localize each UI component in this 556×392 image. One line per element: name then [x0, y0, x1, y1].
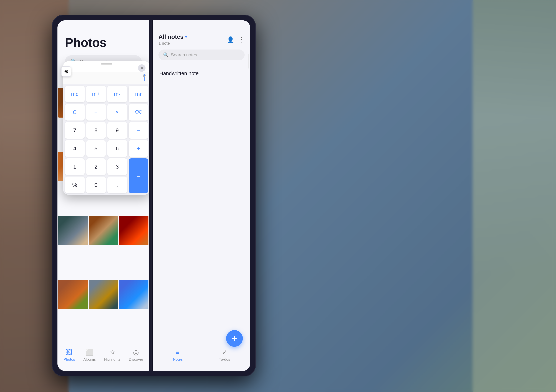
calc-equals-button[interactable]: =	[129, 158, 148, 193]
note-title: Handwritten note	[159, 71, 244, 76]
calc-4-button[interactable]: 4	[65, 140, 85, 157]
calc-row-456: 4 5 6 +	[65, 140, 148, 157]
todos-nav-icon: ✓	[222, 348, 227, 356]
nav-item-notes[interactable]: ≡ Notes	[170, 346, 185, 363]
bottom-nav-left: 🖼 Photos ⬜ Albums ☆ Highlights ◎ Discove…	[57, 343, 149, 371]
calc-multiply-button[interactable]: ×	[107, 104, 127, 120]
nav-label-highlights: Highlights	[104, 357, 120, 361]
notes-list: Handwritten note	[153, 64, 250, 83]
calc-8-button[interactable]: 8	[86, 122, 106, 139]
calc-display: M	[63, 72, 149, 84]
notes-more-options-button[interactable]: ⋮	[238, 36, 245, 44]
calc-app-icon: ⊕	[64, 68, 68, 75]
discover-nav-icon: ◎	[133, 348, 139, 356]
calc-2-button[interactable]: 2	[86, 158, 106, 175]
calc-close-button[interactable]: ×	[138, 64, 146, 72]
nav-item-discover[interactable]: ◎ Discover	[126, 346, 146, 363]
search-icon-notes: 🔍	[163, 52, 169, 57]
calc-9-button[interactable]: 9	[107, 122, 127, 139]
calc-1-button[interactable]: 1	[65, 158, 85, 175]
calc-backspace-button[interactable]: ⌫	[129, 104, 148, 120]
calc-plus-button[interactable]: +	[129, 140, 148, 157]
nav-label-albums: Albums	[83, 357, 96, 361]
calculator-popup: × M mc m+ m- mr C ÷	[63, 61, 149, 195]
calc-mplus-button[interactable]: m+	[86, 86, 106, 102]
nav-item-photos[interactable]: 🖼 Photos	[61, 346, 78, 363]
nav-label-notes: Notes	[173, 357, 183, 361]
notes-title-text: All notes	[158, 33, 184, 40]
nav-item-todos[interactable]: ✓ To-dos	[216, 346, 233, 363]
bottom-nav-right: ≡ Notes ✓ To-dos	[153, 343, 250, 371]
calc-5-button[interactable]: 5	[86, 140, 106, 157]
notes-subtitle: 1 note	[158, 41, 227, 46]
notes-title: All notes ▾	[158, 33, 227, 40]
screen-right: All notes ▾ 1 note 👤 ⋮ 🔍 Search notes	[153, 20, 250, 371]
notes-nav-icon: ≡	[176, 348, 180, 356]
notes-app: All notes ▾ 1 note 👤 ⋮ 🔍 Search notes	[153, 20, 250, 371]
notes-header: All notes ▾ 1 note 👤 ⋮ 🔍 Search notes	[153, 20, 250, 64]
calc-ops-row: C ÷ × ⌫	[65, 104, 148, 120]
notes-fab-button[interactable]: +	[226, 330, 243, 347]
photo-thumb[interactable]	[58, 216, 88, 245]
screen-left: Photos 🔍 Search photos Today	[57, 20, 149, 371]
photo-thumb[interactable]	[119, 280, 148, 309]
photo-thumb[interactable]	[58, 280, 88, 309]
photo-thumb[interactable]	[89, 216, 118, 245]
photos-nav-icon: 🖼	[66, 348, 73, 356]
calc-decimal-button[interactable]: .	[107, 177, 127, 193]
notes-person-icon[interactable]: 👤	[227, 36, 234, 43]
phone-device: Photos 🔍 Search photos Today	[52, 15, 256, 376]
nav-label-todos: To-dos	[219, 357, 230, 361]
calc-minus-button[interactable]: −	[129, 122, 148, 139]
photos-title: Photos	[65, 35, 142, 50]
albums-nav-icon: ⬜	[85, 348, 94, 356]
calc-divide-button[interactable]: ÷	[86, 104, 106, 120]
nav-label-discover: Discover	[129, 357, 143, 361]
notes-title-row: All notes ▾ 1 note 👤 ⋮	[158, 33, 245, 46]
calc-m-indicator: M	[143, 74, 147, 78]
calc-3-button[interactable]: 3	[107, 158, 127, 175]
calc-0-button[interactable]: 0	[86, 177, 106, 193]
calc-memory-row: mc m+ m- mr	[65, 86, 148, 102]
calc-mminus-button[interactable]: m-	[107, 86, 127, 102]
photo-thumb[interactable]	[89, 280, 118, 309]
calc-mr-button[interactable]: mr	[129, 86, 148, 102]
fab-plus-icon: +	[232, 333, 237, 344]
calc-mc-button[interactable]: mc	[65, 86, 85, 102]
nav-item-highlights[interactable]: ☆ Highlights	[101, 346, 123, 363]
calc-drag-handle[interactable]	[101, 63, 112, 64]
calc-row-789: 7 8 9 −	[65, 122, 148, 139]
notes-search-bar[interactable]: 🔍 Search notes	[158, 49, 245, 60]
notes-dropdown-arrow[interactable]: ▾	[185, 34, 187, 39]
notes-scrollbar[interactable]	[248, 54, 249, 69]
calc-clear-button[interactable]: C	[65, 104, 85, 120]
note-item[interactable]: Handwritten note	[157, 66, 247, 81]
calc-keypad: mc m+ m- mr C ÷ × ⌫ 7 8 9 −	[63, 84, 149, 195]
photo-thumb[interactable]	[119, 216, 148, 245]
highlights-nav-icon: ☆	[109, 348, 115, 356]
app-icon-indicator[interactable]: ⊕	[61, 66, 71, 77]
fold-line	[150, 20, 153, 371]
search-notes-placeholder: Search notes	[171, 52, 197, 57]
nav-item-albums[interactable]: ⬜ Albums	[81, 346, 99, 363]
calc-6-button[interactable]: 6	[107, 140, 127, 157]
calc-percent-button[interactable]: %	[65, 177, 85, 193]
nav-label-photos: Photos	[64, 357, 75, 361]
calc-7-button[interactable]: 7	[65, 122, 85, 139]
